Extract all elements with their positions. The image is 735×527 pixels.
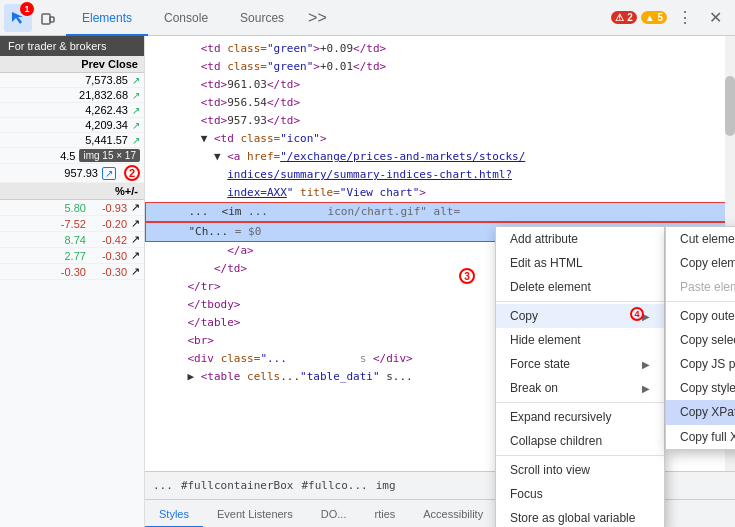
ctx-edit-html[interactable]: Edit as HTML bbox=[496, 251, 664, 275]
arrow-up-icon: ↗ bbox=[131, 249, 140, 262]
svg-rect-1 bbox=[50, 17, 54, 22]
element-picker-button[interactable]: 1 bbox=[4, 4, 32, 32]
svg-rect-0 bbox=[42, 14, 50, 24]
badge-3: 3 bbox=[459, 268, 475, 284]
sidebar-header: For trader & brokers bbox=[0, 36, 144, 56]
ctx-separator bbox=[666, 301, 735, 302]
list-item: 4.5 img 15 × 17 bbox=[0, 148, 144, 164]
ctx-separator bbox=[496, 455, 664, 456]
code-line: <td class="green">+0.01</td> bbox=[145, 58, 735, 76]
arrow-up-icon: ↗ bbox=[132, 120, 140, 131]
breadcrumb-item[interactable]: img bbox=[376, 479, 396, 492]
copy-submenu: Cut element Copy element Paste element C… bbox=[665, 226, 735, 450]
badge-3-container: 3 bbox=[455, 268, 475, 284]
code-line: <td>961.03</td> bbox=[145, 76, 735, 94]
tab-properties[interactable]: rties bbox=[360, 500, 409, 528]
list-item: 957.93 ↗ 2 bbox=[0, 164, 144, 183]
warning-badge: ▲ 5 bbox=[641, 11, 667, 24]
tab-dom[interactable]: DO... bbox=[307, 500, 361, 528]
submenu-arrow-icon: ▶ bbox=[642, 383, 650, 394]
list-item: 21,832.68 ↗ bbox=[0, 88, 144, 103]
sub-copy-styles[interactable]: Copy styles bbox=[666, 376, 735, 400]
submenu-arrow-icon: ▶ bbox=[642, 359, 650, 370]
list-item: -0.30 -0.30 ↗ bbox=[0, 264, 144, 280]
ctx-copy[interactable]: Copy ▶ 4 bbox=[496, 304, 664, 328]
arrow-up-icon: ↗ bbox=[131, 217, 140, 230]
tab-event-listeners[interactable]: Event Listeners bbox=[203, 500, 307, 528]
sub-copy-full-xpath[interactable]: Copy full XPath bbox=[666, 425, 735, 449]
toolbar-icons: 1 bbox=[0, 4, 66, 32]
code-line-highlighted: ... <im ... icon/chart.gif" alt= bbox=[145, 202, 735, 222]
elements-panel: <td class="green">+0.09</td> <td class="… bbox=[145, 36, 735, 527]
code-line: index=AXX" title="View chart"> bbox=[145, 184, 735, 202]
sub-cut-element[interactable]: Cut element bbox=[666, 227, 735, 251]
sub-copy-xpath[interactable]: Copy XPath 5 bbox=[666, 400, 735, 425]
list-item: 4,262.43 ↗ bbox=[0, 103, 144, 118]
more-options-button[interactable]: ⋮ bbox=[671, 4, 699, 32]
code-line: <td>957.93</td> bbox=[145, 112, 735, 130]
sub-copy-outerhtml[interactable]: Copy outerHTML bbox=[666, 304, 735, 328]
tab-styles[interactable]: Styles bbox=[145, 500, 203, 528]
code-line: <td class="green">+0.09</td> bbox=[145, 40, 735, 58]
tab-overflow[interactable]: >> bbox=[300, 0, 335, 36]
ctx-hide-element[interactable]: Hide element bbox=[496, 328, 664, 352]
arrow-up-icon: ↗ bbox=[132, 135, 140, 146]
tab-elements[interactable]: Elements bbox=[66, 0, 148, 36]
ctx-collapse-children[interactable]: Collapse children bbox=[496, 429, 664, 453]
sub-copy-element[interactable]: Copy element bbox=[666, 251, 735, 275]
device-toolbar-button[interactable] bbox=[34, 4, 62, 32]
code-line: ▼ <td class="icon"> bbox=[145, 130, 735, 148]
error-badge: ⚠ 2 bbox=[611, 11, 636, 24]
scrollbar-thumb bbox=[725, 76, 735, 136]
sidebar: For trader & brokers Prev Close 7,573.85… bbox=[0, 36, 145, 527]
code-line: <td>956.54</td> bbox=[145, 94, 735, 112]
list-item: 2.77 -0.30 ↗ bbox=[0, 248, 144, 264]
code-line: indices/summary/summary-indices-chart.ht… bbox=[145, 166, 735, 184]
tab-accessibility[interactable]: Accessibility bbox=[409, 500, 497, 528]
ctx-break-on[interactable]: Break on ▶ bbox=[496, 376, 664, 400]
ctx-delete-element[interactable]: Delete element bbox=[496, 275, 664, 299]
list-item: 8.74 -0.42 ↗ bbox=[0, 232, 144, 248]
main-content: For trader & brokers Prev Close 7,573.85… bbox=[0, 36, 735, 527]
toolbar-right: ⚠ 2 ▲ 5 ⋮ ✕ bbox=[611, 4, 735, 32]
list-item: -7.52 -0.20 ↗ bbox=[0, 216, 144, 232]
arrow-up-icon: ↗ bbox=[131, 265, 140, 278]
arrow-up-icon: ↗ bbox=[132, 75, 140, 86]
pct-header: %+/- bbox=[0, 183, 144, 200]
arrow-up-icon: ↗ bbox=[131, 233, 140, 246]
context-menu: Add attribute Edit as HTML Delete elemen… bbox=[495, 226, 665, 527]
arrow-up-icon: ↗ bbox=[131, 201, 140, 214]
breadcrumb-item[interactable]: #fullco... bbox=[301, 479, 367, 492]
badge-4: 4 bbox=[630, 307, 644, 321]
ctx-separator bbox=[496, 301, 664, 302]
tab-console[interactable]: Console bbox=[148, 0, 224, 36]
ctx-scroll-into-view[interactable]: Scroll into view bbox=[496, 458, 664, 482]
devtools-toolbar: 1 Elements Console Sources >> ⚠ 2 ▲ 5 ⋮ … bbox=[0, 0, 735, 36]
list-item: 5.80 -0.93 ↗ bbox=[0, 200, 144, 216]
close-button[interactable]: ✕ bbox=[703, 6, 727, 30]
list-item: 7,573.85 ↗ bbox=[0, 73, 144, 88]
sub-copy-selector[interactable]: Copy selector bbox=[666, 328, 735, 352]
ctx-separator bbox=[496, 402, 664, 403]
sub-paste-element: Paste element bbox=[666, 275, 735, 299]
list-item: 4,209.34 ↗ bbox=[0, 118, 144, 133]
devtools-tabs: Elements Console Sources >> bbox=[66, 0, 335, 36]
ctx-add-attribute[interactable]: Add attribute bbox=[496, 227, 664, 251]
ctx-force-state[interactable]: Force state ▶ bbox=[496, 352, 664, 376]
breadcrumb-item[interactable]: #fullcontainerBox bbox=[181, 479, 294, 492]
arrow-up-icon: ↗ bbox=[132, 90, 140, 101]
sub-copy-js-path[interactable]: Copy JS path bbox=[666, 352, 735, 376]
ctx-store-global[interactable]: Store as global variable bbox=[496, 506, 664, 527]
tab-sources[interactable]: Sources bbox=[224, 0, 300, 36]
arrow-up-icon: ↗ bbox=[102, 167, 116, 180]
code-line: ▼ <a href="/exchange/prices-and-markets/… bbox=[145, 148, 735, 166]
badge-1: 1 bbox=[20, 2, 34, 16]
arrow-up-icon: ↗ bbox=[132, 105, 140, 116]
badge-2: 2 bbox=[124, 165, 140, 181]
img-tooltip: img 15 × 17 bbox=[79, 149, 140, 162]
ctx-expand-recursively[interactable]: Expand recursively bbox=[496, 405, 664, 429]
ctx-focus[interactable]: Focus bbox=[496, 482, 664, 506]
prev-close-header: Prev Close bbox=[0, 56, 144, 73]
breadcrumb-item[interactable]: ... bbox=[153, 479, 173, 492]
list-item: 5,441.57 ↗ bbox=[0, 133, 144, 148]
